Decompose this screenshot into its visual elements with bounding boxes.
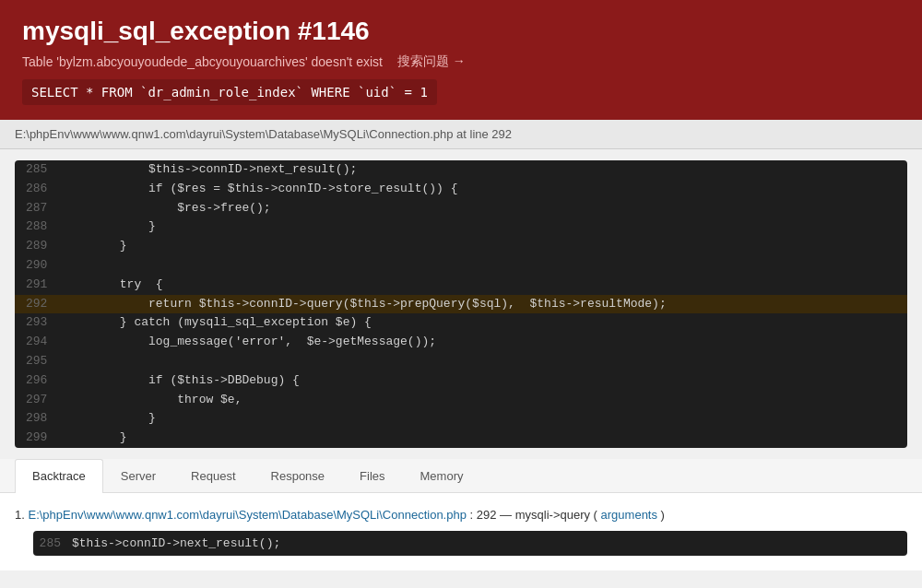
line-code [62,352,907,371]
line-number: 285 [15,160,62,180]
tab-server[interactable]: Server [103,459,173,492]
line-number: 299 [15,429,62,448]
tab-memory[interactable]: Memory [403,459,481,492]
mini-line-number: 285 [33,536,72,550]
backtrace-dash: — [500,508,512,522]
line-number: 293 [15,313,62,333]
line-code: if ($this->DBDebug) { [62,371,907,391]
backtrace-item-1: 1. E:\phpEnv\www\www.qnw1.com\dayrui\Sys… [15,508,907,522]
line-code: $res->free(); [62,199,907,218]
line-number: 286 [15,180,62,199]
line-number: 295 [15,352,62,371]
mini-code-row: 285 $this->connID->next_result(); [33,536,907,550]
line-number: 289 [15,237,62,256]
error-header: mysqli_sql_exception #1146 Table 'bylzm.… [0,0,922,120]
line-number: 296 [15,371,62,391]
tabs-bar: Backtrace Server Request Response Files … [0,459,922,493]
error-title: mysqli_sql_exception #1146 [22,17,900,46]
code-table: 285 $this->connID->next_result();286 if … [15,160,907,448]
mini-code-block: 285 $this->connID->next_result(); [33,531,907,556]
line-code: return $this->connID->query($this->prepQ… [62,295,907,314]
error-subtitle: Table 'bylzm.abcyouyoudede_abcyouyouarch… [22,53,900,70]
line-code: log_message('error', $e->getMessage()); [62,333,907,352]
search-link[interactable]: 搜索问题 → [397,53,466,70]
line-number: 287 [15,199,62,218]
line-code: } [62,218,907,237]
line-number: 297 [15,391,62,410]
filepath-bar: E:\phpEnv\www\www.qnw1.com\dayrui\System… [0,120,922,149]
line-code: } [62,409,907,429]
line-code: } catch (mysqli_sql_exception $e) { [62,313,907,333]
line-code: try { [62,276,907,295]
backtrace-colon: : [470,508,477,522]
tab-files[interactable]: Files [342,459,402,492]
backtrace-args-link[interactable]: arguments [601,508,657,522]
line-number: 291 [15,276,62,295]
tab-request[interactable]: Request [173,459,253,492]
line-number: 292 [15,295,62,314]
backtrace-item-number: 1. [15,508,25,522]
line-code [62,256,907,276]
error-message: Table 'bylzm.abcyouyoudede_abcyouyouarch… [22,54,383,69]
filepath-text: E:\phpEnv\www\www.qnw1.com\dayrui\System… [15,127,512,141]
backtrace-filepath-link[interactable]: E:\phpEnv\www\www.qnw1.com\dayrui\System… [28,508,466,522]
error-query: SELECT * FROM `dr_admin_role_index` WHER… [22,79,437,105]
line-code: $this->connID->next_result(); [62,160,907,180]
line-code: if ($res = $this->connID->store_result()… [62,180,907,199]
line-number: 294 [15,333,62,352]
code-block: 285 $this->connID->next_result();286 if … [15,160,907,448]
line-number: 298 [15,409,62,429]
line-number: 288 [15,218,62,237]
line-code: throw $e, [62,391,907,410]
line-code: } [62,237,907,256]
backtrace-method: mysqli->query ( [515,508,601,522]
mini-line-code: $this->connID->next_result(); [72,536,280,550]
line-code: } [62,429,907,448]
backtrace-line: 292 [477,508,497,522]
backtrace-close-paren: ) [657,508,665,522]
backtrace-panel: 1. E:\phpEnv\www\www.qnw1.com\dayrui\Sys… [0,493,922,570]
tab-response[interactable]: Response [254,459,343,492]
tab-backtrace[interactable]: Backtrace [15,459,103,493]
line-number: 290 [15,256,62,276]
